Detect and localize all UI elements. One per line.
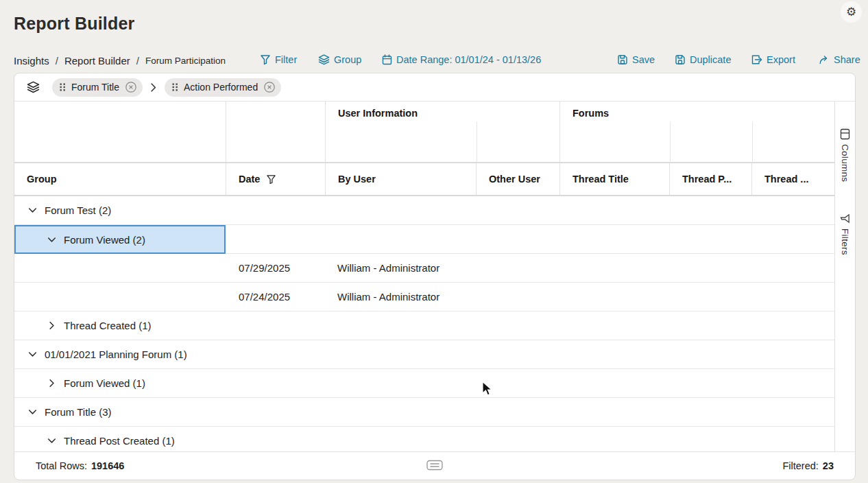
column-header-label: Group	[27, 174, 57, 185]
column-divider	[752, 121, 753, 162]
group-chip-forum-title[interactable]: Forum Title	[52, 78, 143, 97]
breadcrumb-current: Forum Participation	[145, 56, 226, 66]
gear-icon: ⚙	[846, 5, 856, 19]
column-header-date[interactable]: Date	[226, 163, 325, 195]
chevron-down-icon[interactable]	[27, 349, 38, 360]
selected-group-cell[interactable]: Forum Viewed (2)	[14, 225, 226, 254]
group-row-label: Thread Created (1)	[64, 320, 152, 331]
column-filter-funnel-icon[interactable]	[266, 174, 276, 185]
cell-by-user: William - Administrator	[337, 291, 439, 303]
save-button[interactable]: Save	[617, 53, 655, 67]
column-header-label: Thread Title	[572, 174, 629, 185]
chevron-right-icon[interactable]	[46, 377, 58, 389]
chip-chevron-right-icon	[151, 83, 156, 92]
column-divider	[477, 121, 477, 162]
settings-button[interactable]: ⚙	[841, 1, 862, 23]
column-header-thread-title[interactable]: Thread Title	[559, 163, 669, 195]
panel-body: User Information Forums Group Date	[14, 102, 855, 451]
group-row-forum-title[interactable]: Forum Title (3)	[14, 398, 834, 427]
chevron-down-icon[interactable]	[46, 234, 58, 246]
column-divider	[670, 121, 671, 162]
column-header-group[interactable]: Group	[14, 163, 226, 195]
table-group-header-row: User Information Forums	[14, 102, 834, 163]
breadcrumb-separator: /	[56, 55, 58, 67]
share-button[interactable]: Share	[819, 53, 860, 67]
column-header-thread-p[interactable]: Thread P...	[669, 163, 751, 195]
filtered-value: 23	[823, 460, 834, 471]
report-table: User Information Forums Group Date	[14, 102, 834, 451]
cell-date: 07/29/2025	[239, 262, 290, 274]
group-chip-label: Action Performed	[184, 82, 258, 93]
cell-by-user: William - Administrator	[337, 262, 439, 274]
group-row-thread-post-created[interactable]: Thread Post Created (1)	[14, 427, 834, 451]
group-row-forum-viewed-1[interactable]: Forum Viewed (1)	[14, 369, 834, 398]
chevron-down-icon[interactable]	[27, 406, 38, 418]
group-button-label: Group	[334, 54, 361, 65]
data-row[interactable]: 07/24/2025 William - Administrator	[14, 283, 834, 311]
column-header-label: Date	[239, 174, 260, 185]
save-button-label: Save	[632, 54, 655, 65]
tab-columns[interactable]: Columns	[839, 129, 851, 182]
filtered-label: Filtered:	[782, 460, 818, 471]
drag-handle-icon[interactable]	[60, 83, 66, 91]
group-chip-action-performed[interactable]: Action Performed	[165, 78, 281, 97]
column-header-label: Other User	[489, 174, 540, 185]
column-header-label: Thread P...	[682, 174, 732, 185]
total-rows-label: Total Rows:	[36, 460, 87, 471]
group-row-label: Forum Viewed (2)	[64, 234, 145, 246]
funnel-icon	[260, 54, 271, 65]
table-footer: Total Rows: 191646 Filtered: 23	[14, 451, 855, 480]
duplicate-button-label: Duplicate	[690, 54, 731, 65]
chevron-down-icon[interactable]	[27, 204, 38, 216]
cell-date: 07/24/2025	[239, 291, 290, 303]
chevron-right-icon[interactable]	[46, 320, 58, 331]
group-header-label: User Information	[338, 108, 418, 119]
tab-columns-label: Columns	[840, 144, 850, 182]
report-panel: Forum Title Action Performed	[14, 73, 856, 480]
group-row-label: Thread Post Created (1)	[64, 435, 175, 447]
drag-handle-icon[interactable]	[172, 83, 178, 91]
group-button[interactable]: Group	[318, 53, 361, 67]
group-header-user-information: User Information	[325, 102, 559, 162]
column-header-label: Thread ...	[764, 174, 808, 185]
filter-button[interactable]: Filter	[260, 53, 297, 67]
column-header-by-user[interactable]: By User	[325, 163, 476, 195]
breadcrumb-report-builder[interactable]: Report Builder	[64, 55, 130, 67]
breadcrumb-insights[interactable]: Insights	[14, 55, 49, 67]
export-button[interactable]: Export	[751, 53, 795, 67]
group-row-forum-test[interactable]: Forum Test (2)	[14, 196, 834, 225]
group-row-label: Forum Title (3)	[45, 406, 112, 418]
date-range-label: Date Range: 01/01/24 - 01/13/26	[396, 54, 541, 65]
grouping-bar: Forum Title Action Performed	[14, 73, 855, 102]
footer-notes-icon[interactable]	[426, 460, 443, 471]
group-row-label: Forum Test (2)	[45, 204, 111, 216]
group-header-forums: Forums	[559, 102, 834, 162]
group-row-forum-viewed-selected[interactable]: Forum Viewed (2)	[14, 225, 834, 254]
group-header-label: Forums	[572, 108, 609, 119]
tab-filters[interactable]: Filters	[840, 213, 850, 255]
duplicate-icon	[675, 54, 686, 65]
group-row-thread-created[interactable]: Thread Created (1)	[14, 311, 834, 340]
date-range-button[interactable]: Date Range: 01/01/24 - 01/13/26	[382, 53, 541, 67]
chevron-down-icon[interactable]	[46, 435, 58, 447]
tab-filters-label: Filters	[840, 228, 850, 255]
page-title: Report Builder	[14, 14, 134, 34]
column-header-other-user[interactable]: Other User	[476, 163, 559, 195]
filters-funnel-icon	[840, 213, 850, 224]
group-header-empty	[14, 102, 226, 162]
remove-chip-icon[interactable]	[263, 81, 276, 93]
column-header-thread[interactable]: Thread ...	[751, 163, 834, 195]
export-button-label: Export	[767, 54, 795, 65]
grouping-layers-icon	[27, 81, 40, 93]
columns-icon	[840, 128, 850, 140]
data-row[interactable]: 07/29/2025 William - Administrator	[14, 254, 834, 283]
duplicate-button[interactable]: Duplicate	[675, 53, 731, 67]
layers-icon	[318, 54, 330, 65]
total-rows-value: 191646	[91, 460, 124, 471]
side-panel-strip: Columns Filters	[834, 102, 855, 451]
group-row-planning-forum[interactable]: 01/01/2021 Planning Forum (1)	[14, 340, 834, 369]
remove-chip-icon[interactable]	[125, 81, 137, 93]
export-icon	[751, 54, 762, 65]
group-chip-label: Forum Title	[71, 82, 119, 93]
share-icon	[819, 54, 830, 65]
